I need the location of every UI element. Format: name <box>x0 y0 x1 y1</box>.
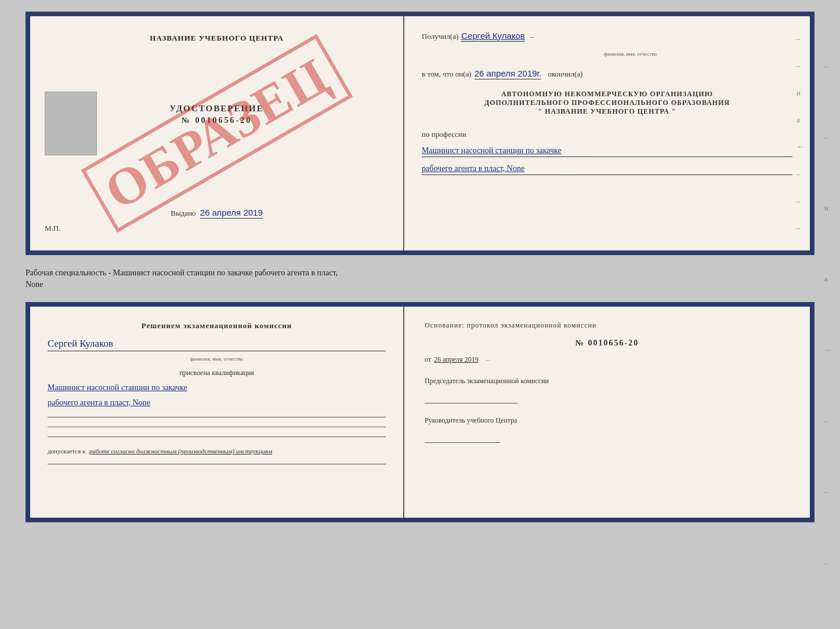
vydano-date: 26 апреля 2019 <box>200 208 263 219</box>
vtom-date: 26 апреля 2019г. <box>475 68 542 79</box>
org-line2: ДОПОЛНИТЕЛЬНОГО ПРОФЕССИОНАЛЬНОГО ОБРАЗО… <box>422 99 792 107</box>
poluchil-name: Сергей Кулаков <box>461 31 525 42</box>
vydano-row: Выдано 26 апреля 2019 <box>171 196 262 218</box>
bot-doc-right: Основание: протокол экзаменационной коми… <box>404 307 810 518</box>
protokol-number: № 0010656-20 <box>425 339 790 348</box>
prisvoena-label: присвоена квалификация <box>48 369 386 377</box>
ot-date-value: 26 апреля 2019 <box>434 355 478 363</box>
profession-line1: Машинист насосной станции по закачке <box>422 146 792 157</box>
mp-label: М.П. <box>45 224 60 233</box>
po-professii-label: по профессии <box>422 130 792 139</box>
qualification-line2: рабочего агента в пласт, None <box>48 398 386 408</box>
separator-text: Рабочая специальность - Машинист насосно… <box>26 264 814 293</box>
komissia-title: Решением экзаменационной комиссии <box>48 321 386 330</box>
chairman-label: Председатель экзаменационной комиссии <box>425 377 790 386</box>
ot-date-row: от 26 апреля 2019 – <box>425 355 790 364</box>
right-dashes: – – и а ← – – – <box>796 16 804 250</box>
top-center-title: НАЗВАНИЕ УЧЕБНОГО ЦЕНТРА <box>150 34 284 43</box>
rukovoditel-signature-line <box>425 442 500 443</box>
qualification-line1: Машинист насосной станции по закачке <box>48 383 386 392</box>
separator-line1: Рабочая специальность - Машинист насосно… <box>26 267 814 279</box>
photo-placeholder <box>45 92 97 155</box>
bottom-document: Решением экзаменационной комиссии Сергей… <box>26 302 814 522</box>
vtom-label: в том, что он(а) <box>422 70 472 79</box>
vydano-label: Выдано <box>171 209 195 217</box>
chairman-signature-line <box>425 403 517 403</box>
bot-doc-left: Решением экзаменационной комиссии Сергей… <box>30 307 404 518</box>
bottom-familiya-hint: фамилия, имя, отчество <box>48 356 386 362</box>
top-document: НАЗВАНИЕ УЧЕБНОГО ЦЕНТРА УДОСТОВЕРЕНИЕ №… <box>26 12 814 255</box>
top-doc-right: Получил(а) Сергей Кулаков – фамилия, имя… <box>404 16 810 250</box>
top-doc-left: НАЗВАНИЕ УЧЕБНОГО ЦЕНТРА УДОСТОВЕРЕНИЕ №… <box>30 16 404 250</box>
poluchil-label: Получил(а) <box>422 32 458 41</box>
familiya-hint-top: фамилия, имя, отчество <box>604 51 657 57</box>
bot-right-dashes: – – и а ← – – – <box>824 0 832 629</box>
org-block: АВТОНОМНУЮ НЕКОММЕРЧЕСКУЮ ОРГАНИЗАЦИЮ ДО… <box>422 90 792 116</box>
dopuskaetsya-row: допускается к работе согласно должностны… <box>48 448 386 455</box>
bottom-name: Сергей Кулаков <box>48 338 386 351</box>
udost-title: УДОСТОВЕРЕНИЕ <box>169 104 264 114</box>
dopuskaetsya-label: допускается к <box>48 448 85 455</box>
dopuskaetsya-text: работе согласно должностным (производств… <box>89 448 272 455</box>
org-line1: АВТОНОМНУЮ НЕКОММЕРЧЕСКУЮ ОРГАНИЗАЦИЮ <box>422 90 792 99</box>
separator-line2: None <box>26 279 814 290</box>
org-line3: " НАЗВАНИЕ УЧЕБНОГО ЦЕНТРА " <box>422 107 792 116</box>
osnov-label: Основание: протокол экзаменационной коми… <box>425 321 790 330</box>
ot-label: от <box>425 355 431 363</box>
udost-number: № 0010656-20 <box>169 116 264 125</box>
profession-line2: рабочего агента в пласт, None <box>422 164 792 175</box>
okonchil-label: окончил(а) <box>548 70 582 79</box>
vtom-row: в том, что он(а) 26 апреля 2019г. окончи… <box>422 68 792 79</box>
poluchil-row: Получил(а) Сергей Кулаков – <box>422 31 792 42</box>
rukovoditel-label: Руководитель учебного Центра <box>425 416 790 425</box>
